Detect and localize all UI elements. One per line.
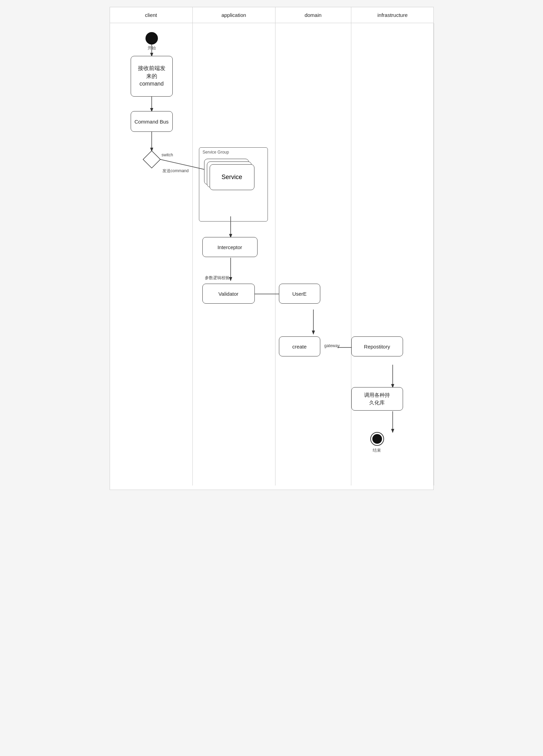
create-node: create xyxy=(279,336,320,356)
command-bus-label: Command Bus xyxy=(134,119,169,125)
create-label: create xyxy=(292,344,307,350)
switch-label: switch xyxy=(162,153,173,157)
end-circle-inner xyxy=(372,434,382,444)
interceptor-label: Interceptor xyxy=(218,244,242,250)
header-application: application xyxy=(193,7,275,23)
repository-node: Repostitory xyxy=(351,336,403,356)
header-client: client xyxy=(110,7,193,23)
lane-infrastructure xyxy=(351,23,434,485)
gateway-label: gateway xyxy=(324,343,340,348)
header-domain: domain xyxy=(275,7,351,23)
param-validate-label: 参数逻辑校验 xyxy=(205,275,230,281)
lanes-row: 开始 接收前端发来的command Command Bus switch 发送c… xyxy=(110,23,433,485)
validator-node: Validator xyxy=(202,284,255,304)
user-e-label: UserE xyxy=(292,291,307,297)
header-row: client application domain infrastructure xyxy=(110,7,433,23)
service-group-container: Service Group Service xyxy=(199,147,268,222)
end-label: 结束 xyxy=(373,448,381,453)
end-circle-outer xyxy=(370,432,384,446)
service-label: Service xyxy=(221,174,242,181)
command-bus-node: Command Bus xyxy=(131,111,173,132)
persistence-label: 调用各种持久化库 xyxy=(364,391,390,407)
header-infrastructure: infrastructure xyxy=(351,7,434,23)
send-command-label: 发送command xyxy=(162,168,189,174)
receive-command-label: 接收前端发来的command xyxy=(138,65,165,88)
start-label: 开始 xyxy=(148,45,156,51)
start-circle xyxy=(145,32,158,45)
receive-command-node: 接收前端发来的command xyxy=(131,56,173,97)
service-group-label: Service Group xyxy=(203,150,229,155)
diagram-container: client application domain infrastructure xyxy=(110,7,434,490)
repository-label: Repostitory xyxy=(364,344,390,350)
user-e-node: UserE xyxy=(279,284,320,304)
persistence-node: 调用各种持久化库 xyxy=(351,387,403,411)
lane-domain xyxy=(275,23,351,485)
interceptor-node: Interceptor xyxy=(202,237,258,257)
validator-label: Validator xyxy=(218,291,238,297)
